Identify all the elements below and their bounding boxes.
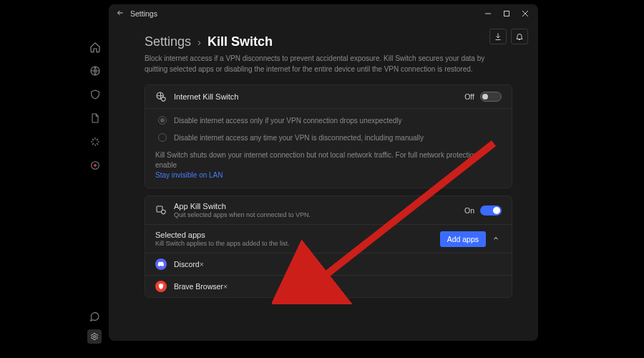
nav-home[interactable] [88,40,102,54]
minimize-button[interactable] [479,6,497,21]
add-apps-button[interactable]: Add apps [440,231,486,247]
nav-chat[interactable] [87,309,102,324]
app-shield-icon [155,205,167,216]
svg-rect-5 [504,11,509,16]
close-button[interactable] [517,6,534,21]
collapse-chevron-up-icon[interactable] [490,235,502,243]
nav-globe[interactable] [88,64,102,78]
nav-file[interactable] [88,111,102,125]
app-kill-switch-card: App Kill Switch Quit selected apps when … [145,195,512,298]
internet-ks-note: Kill Switch shuts down your internet con… [145,146,512,188]
app-row-discord: Discord × [145,253,512,275]
internet-kill-switch-card: Internet Kill Switch Off Disable interne… [145,84,512,188]
brave-icon [155,281,167,292]
radio-icon [158,116,167,125]
maximize-button[interactable] [498,6,515,21]
stay-invisible-link[interactable]: Stay invisible on LAN [155,171,223,179]
remove-app-button[interactable]: × [223,282,228,291]
titlebar: Settings [109,4,538,23]
internet-ks-state: Off [464,92,474,101]
radio-option-unexpected[interactable]: Disable internet access only if your VPN… [145,112,512,129]
settings-window: Settings Settings › Kill Switch Block in… [109,4,538,341]
nav-spark[interactable] [88,135,102,149]
internet-ks-toggle[interactable] [480,92,502,102]
back-button[interactable] [113,9,127,19]
chevron-right-icon: › [197,36,201,48]
window-title: Settings [130,9,157,18]
nav-shield[interactable] [88,87,102,102]
breadcrumb-current: Kill Switch [208,34,273,49]
breadcrumb-parent[interactable]: Settings [145,34,191,49]
svg-point-3 [94,336,96,338]
app-ks-subtitle: Quit selected apps when not connected to… [174,211,311,218]
radio-option-always[interactable]: Disable internet access any time your VP… [145,129,512,146]
selected-apps-label: Selected apps [155,231,290,239]
app-row-brave: Brave Browser × [145,276,512,297]
app-ks-toggle[interactable] [480,205,502,216]
internet-ks-title: Internet Kill Switch [174,92,238,101]
radio-icon [158,133,167,142]
nav-settings[interactable] [87,329,102,344]
app-name: Discord [174,260,200,268]
svg-point-2 [94,164,97,167]
selected-apps-sub: Kill Switch applies to the apps added to… [155,240,290,247]
breadcrumb: Settings › Kill Switch [145,34,512,49]
app-ks-title: App Kill Switch [174,202,311,211]
remove-app-button[interactable]: × [200,260,204,268]
discord-icon [155,258,167,270]
app-name: Brave Browser [174,282,223,291]
app-ks-state: On [464,206,474,215]
globe-shield-icon [155,91,167,102]
nav-target[interactable] [88,158,102,173]
page-description: Block internet access if a VPN disconnec… [145,54,495,74]
